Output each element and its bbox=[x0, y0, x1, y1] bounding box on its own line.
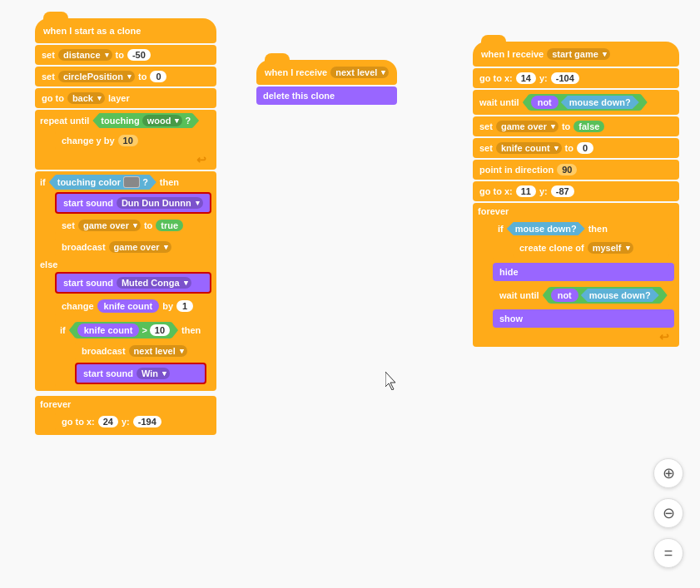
stack-clone: when I start as a clone set distance to … bbox=[35, 10, 216, 435]
set-gameover-block[interactable]: set game over ▾ to true bbox=[55, 215, 211, 235]
if-knife-inner: broadcast next level ▾ start sound Win bbox=[60, 341, 206, 384]
gameover2-val[interactable]: false bbox=[573, 121, 604, 132]
zoom-fit-icon: = bbox=[664, 545, 673, 562]
hat-nextlevel[interactable]: when I receive next level ▾ bbox=[256, 60, 397, 85]
goto2-x[interactable]: 11 bbox=[516, 185, 536, 197]
sound1-block[interactable]: start sound Dun Dun Dunnn bbox=[55, 192, 211, 214]
zoom-fit-button[interactable]: = bbox=[653, 538, 683, 568]
sound2-block[interactable]: start sound Muted Conga ▾ bbox=[55, 272, 211, 294]
mousedown-boolean[interactable]: mouse down? bbox=[561, 96, 639, 109]
else-inner: start sound Muted Conga ▾ change knife c… bbox=[40, 272, 211, 388]
zoom-in-button[interactable]: ⊕ bbox=[653, 458, 683, 488]
set-knifecount-block[interactable]: set knife count ▾ to 0 bbox=[473, 138, 679, 158]
forever-arrow: ↩ bbox=[478, 330, 674, 343]
sound3-dropdown[interactable]: Win ▾ bbox=[137, 368, 170, 379]
not-mouse-boolean[interactable]: not mouse down? bbox=[523, 94, 648, 111]
start-x[interactable]: 14 bbox=[516, 72, 536, 84]
scratch-canvas: when I start as a clone set distance to … bbox=[0, 0, 700, 588]
curved-arrow: ↩ bbox=[40, 153, 211, 166]
create-clone-block[interactable]: create clone of myself ▾ bbox=[513, 238, 669, 258]
broadcast-nextlevel-block[interactable]: broadcast next level ▾ bbox=[75, 341, 206, 361]
not-mouse2-boolean[interactable]: not mouse down? bbox=[543, 287, 668, 304]
else-row: else bbox=[40, 259, 211, 269]
distance-value[interactable]: -50 bbox=[127, 49, 151, 61]
broadcast-nextlevel-dropdown[interactable]: next level ▾ bbox=[129, 345, 187, 357]
color-swatch[interactable] bbox=[123, 176, 140, 188]
not-label[interactable]: not bbox=[531, 96, 559, 109]
set-distance-block[interactable]: set distance to -50 bbox=[35, 45, 216, 65]
if-knife-block[interactable]: if knife count > 10 then b bbox=[55, 319, 211, 388]
mousedown3-boolean[interactable]: mouse down? bbox=[581, 289, 659, 302]
goto-y-val[interactable]: -194 bbox=[133, 416, 161, 427]
gameover-dropdown[interactable]: game over ▾ bbox=[78, 220, 141, 231]
change-knife-block[interactable]: change knife count by 1 bbox=[55, 295, 211, 317]
goto-start-block[interactable]: go to x: 14 y: -104 bbox=[473, 68, 679, 88]
set-gameover2-block[interactable]: set game over ▾ to false bbox=[473, 116, 679, 136]
sound3-block[interactable]: start sound Win ▾ bbox=[75, 363, 206, 384]
wait2-block[interactable]: wait until not mouse down? bbox=[493, 283, 674, 308]
goto-layer-block[interactable]: go to back layer bbox=[35, 88, 216, 108]
show-block[interactable]: show bbox=[493, 309, 674, 328]
set-circle-block[interactable]: set circlePosition to 0 bbox=[35, 67, 216, 86]
gameover2-dropdown[interactable]: game over ▾ bbox=[496, 121, 559, 132]
forever-bottom-inner: go to x: 24 y: -194 bbox=[40, 412, 211, 432]
knife-gt-boolean[interactable]: knife count > 10 bbox=[69, 322, 178, 338]
if-mouse-inner: create clone of myself ▾ bbox=[498, 238, 669, 258]
circle-dropdown[interactable]: circlePosition bbox=[58, 71, 135, 82]
if-color-block[interactable]: if touching color ? then start sound Dun… bbox=[35, 171, 216, 391]
start-y[interactable]: -104 bbox=[551, 72, 579, 84]
myself-dropdown[interactable]: myself ▾ bbox=[588, 242, 633, 254]
broadcast-gameover-block[interactable]: broadcast game over ▾ bbox=[55, 237, 211, 257]
knife-gt-val[interactable]: 10 bbox=[150, 324, 170, 336]
knife-count-reporter[interactable]: knife count bbox=[97, 299, 160, 313]
hat-block-clone[interactable]: when I start as a clone bbox=[35, 18, 216, 43]
change-knife-val[interactable]: 1 bbox=[176, 300, 193, 312]
distance-dropdown[interactable]: distance bbox=[58, 49, 112, 61]
goto2-y[interactable]: -87 bbox=[551, 185, 574, 197]
knifecount-val[interactable]: 0 bbox=[577, 142, 593, 154]
goto2-block[interactable]: go to x: 11 y: -87 bbox=[473, 181, 679, 201]
not2-label[interactable]: not bbox=[551, 289, 578, 302]
point-direction-block[interactable]: point in direction 90 bbox=[473, 160, 679, 180]
wood-dropdown[interactable]: wood ▾ bbox=[142, 115, 183, 126]
change-y-val[interactable]: 10 bbox=[118, 135, 138, 146]
hide-block[interactable]: hide bbox=[493, 263, 674, 281]
broadcast-gameover-dropdown[interactable]: game over ▾ bbox=[109, 241, 171, 253]
nextlevel-dropdown[interactable]: next level ▾ bbox=[330, 67, 389, 78]
direction-val[interactable]: 90 bbox=[557, 164, 577, 175]
sound2-dropdown[interactable]: Muted Conga ▾ bbox=[117, 277, 191, 289]
delete-clone-block[interactable]: delete this clone bbox=[256, 86, 397, 105]
if-mouse-block[interactable]: if mouse down? then create clone of myse… bbox=[493, 219, 674, 261]
cursor bbox=[385, 372, 399, 390]
touching-color-boolean[interactable]: touching color ? bbox=[49, 175, 156, 190]
zoom-out-button[interactable]: ⊖ bbox=[653, 498, 683, 528]
zoom-out-icon: ⊖ bbox=[663, 504, 675, 522]
repeat-inner: change y by 10 bbox=[40, 131, 211, 151]
startgame-dropdown[interactable]: start game ▾ bbox=[547, 48, 610, 60]
circle-value[interactable]: 0 bbox=[150, 71, 166, 82]
mousedown2-boolean[interactable]: mouse down? bbox=[507, 222, 585, 235]
sound1-dropdown[interactable]: Dun Dun Dunnn bbox=[117, 197, 203, 209]
knife-count-reporter2[interactable]: knife count bbox=[77, 324, 140, 337]
goto-bottom-block[interactable]: go to x: 24 y: -194 bbox=[55, 412, 211, 432]
svg-marker-0 bbox=[385, 372, 395, 390]
stack-startgame: when I receive start game ▾ go to x: 14 … bbox=[473, 33, 679, 347]
forever-main-block[interactable]: forever if mouse down? then cre bbox=[473, 203, 679, 347]
goto-x-val[interactable]: 24 bbox=[98, 416, 118, 427]
hat-label: when I start as a clone bbox=[43, 26, 141, 36]
stack-nextlevel: when I receive next level ▾ delete this … bbox=[256, 52, 397, 105]
touching-boolean[interactable]: touching wood ▾ ? bbox=[92, 113, 199, 128]
change-y-block[interactable]: change y by 10 bbox=[55, 131, 211, 151]
knifecount-dropdown[interactable]: knife count ▾ bbox=[496, 142, 562, 154]
zoom-in-icon: ⊕ bbox=[663, 464, 675, 482]
back-dropdown[interactable]: back bbox=[67, 92, 105, 104]
wait-notmouse-block[interactable]: wait until not mouse down? bbox=[473, 90, 679, 115]
hat-startgame[interactable]: when I receive start game ▾ bbox=[473, 42, 679, 67]
repeat-block[interactable]: repeat until touching wood ▾ ? change y … bbox=[35, 110, 216, 170]
gameover-val[interactable]: true bbox=[156, 220, 183, 231]
forever-bottom-block[interactable]: forever go to x: 24 y: -194 bbox=[35, 396, 216, 435]
if-inner: start sound Dun Dun Dunnn set game over … bbox=[40, 192, 211, 257]
forever-inner: if mouse down? then create clone of myse… bbox=[478, 219, 674, 328]
